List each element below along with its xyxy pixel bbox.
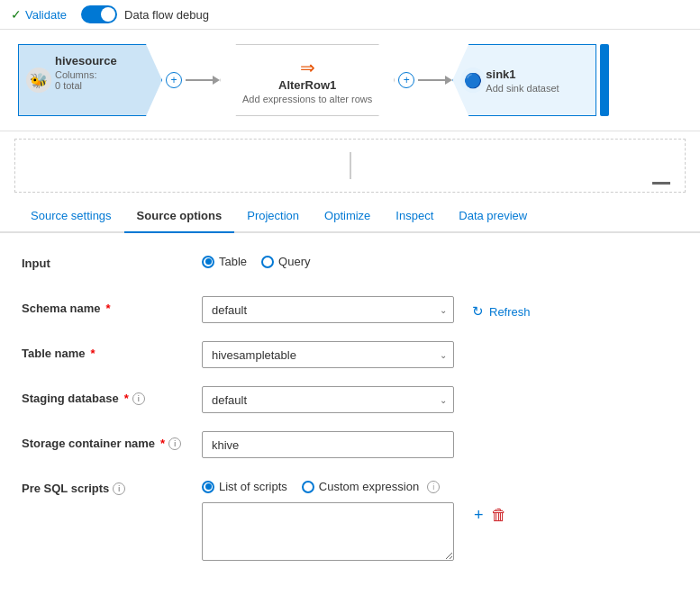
pre-sql-info-icon[interactable]: i	[113, 482, 125, 495]
scripts-textarea-wrapper	[202, 502, 454, 563]
input-radio-group: Table Query	[202, 251, 678, 268]
radio-table-circle	[202, 256, 214, 268]
radio-list-scripts-label: List of scripts	[219, 480, 287, 493]
scripts-action-buttons: + 🗑	[474, 502, 507, 525]
tab-source-options[interactable]: Source options	[124, 200, 235, 233]
schema-name-select[interactable]: default	[202, 296, 454, 323]
custom-expr-info-icon[interactable]: i	[427, 481, 440, 493]
radio-custom-expr-label: Custom expression	[319, 480, 419, 493]
table-select-wrapper: hivesampletable ⌄	[202, 341, 454, 368]
sink-node-title: sink1	[486, 68, 583, 81]
schema-select-wrapper: default ⌄	[202, 296, 454, 323]
validate-button[interactable]: ✓ Validate	[11, 7, 67, 22]
radio-query-label: Query	[278, 255, 310, 268]
plus-icon: +	[170, 74, 177, 86]
toolbar: ✓ Validate Data flow debug	[0, 0, 700, 30]
storage-required-star: *	[160, 437, 165, 450]
schema-name-label: Schema name *	[22, 296, 202, 315]
scripts-input-area: + 🗑	[202, 502, 678, 563]
table-name-select[interactable]: hivesampletable	[202, 341, 454, 368]
connector-1	[186, 76, 220, 85]
form-content: Input Table Query Schema name *	[0, 233, 700, 595]
tab-inspect[interactable]: Inspect	[383, 200, 446, 233]
flow-diagram: 🐝 hivesource Columns: 0 total + ⇒ AlterR…	[0, 30, 700, 131]
staging-select-wrapper: default ⌄	[202, 386, 454, 413]
table-name-label: Table name *	[22, 341, 202, 360]
alter-row-node[interactable]: ⇒ AlterRow1 Add expressions to alter row…	[220, 44, 395, 116]
tab-optimize[interactable]: Optimize	[312, 200, 383, 233]
storage-info-icon[interactable]: i	[168, 437, 181, 450]
staging-database-row: Staging database * i default ⌄	[22, 386, 678, 415]
add-between-alter-sink[interactable]: +	[398, 72, 414, 88]
radio-custom-expr-circle	[302, 481, 314, 493]
radio-query-circle	[261, 256, 274, 268]
staging-database-select[interactable]: default	[202, 386, 454, 413]
toggle-thumb	[101, 7, 115, 22]
storage-container-row: Storage container name * i	[22, 431, 678, 460]
add-script-button[interactable]: +	[474, 506, 484, 525]
plus-icon-2: +	[404, 74, 410, 86]
table-name-control: hivesampletable ⌄	[202, 341, 678, 368]
arrow-head-1	[213, 76, 220, 85]
source-node-subtitle: Columns:	[55, 69, 96, 80]
active-indicator	[600, 44, 609, 116]
dashed-selection-area	[14, 139, 686, 193]
sink-node[interactable]: 🔵 sink1 Add sink dataset	[452, 44, 596, 116]
input-control: Table Query	[202, 251, 678, 268]
validate-label: Validate	[25, 8, 67, 22]
radio-custom-expression[interactable]: Custom expression i	[302, 480, 440, 493]
radio-query[interactable]: Query	[261, 255, 310, 268]
staging-database-label: Staging database * i	[22, 386, 202, 405]
alter-node-subtitle: Add expressions to alter rows	[242, 94, 372, 104]
arrow-head-2	[445, 76, 452, 85]
storage-container-input[interactable]	[202, 431, 454, 458]
storage-container-label: Storage container name * i	[22, 431, 202, 450]
pre-sql-scripts-control: List of scripts Custom expression i + 🗑	[202, 476, 678, 563]
pre-sql-scripts-label: Pre SQL scripts i	[22, 476, 202, 495]
staging-database-control: default ⌄	[202, 386, 678, 413]
schema-required-star: *	[105, 302, 110, 315]
refresh-icon: ↻	[472, 303, 484, 320]
alter-node-title: AlterRow1	[278, 78, 336, 92]
refresh-button[interactable]: ↻ Refresh	[472, 300, 531, 320]
input-row: Input Table Query	[22, 251, 678, 280]
scripts-textarea[interactable]	[202, 502, 454, 561]
connector-2	[418, 76, 452, 85]
radio-list-scripts-circle	[202, 481, 214, 493]
tabs-container: Source settings Source options Projectio…	[0, 200, 700, 233]
schema-name-row: Schema name * default ⌄ ↻ Refresh	[22, 296, 678, 325]
debug-toggle[interactable]	[81, 5, 117, 23]
source-node-subtitle2: 0 total	[55, 80, 82, 91]
debug-label: Data flow debug	[124, 8, 209, 22]
arrow-line-2	[418, 79, 445, 81]
alter-icon: ⇒	[300, 57, 315, 78]
add-between-source-alter[interactable]: +	[166, 72, 182, 88]
hivesource-node[interactable]: 🐝 hivesource Columns: 0 total	[18, 44, 162, 116]
radio-table-label: Table	[219, 255, 247, 268]
arrow-line-1	[186, 79, 213, 81]
tab-data-preview[interactable]: Data preview	[446, 200, 540, 233]
input-label: Input	[22, 251, 202, 270]
debug-toggle-container: Data flow debug	[81, 5, 209, 23]
sink-node-subtitle: Add sink dataset	[486, 83, 583, 94]
pre-sql-scripts-row: Pre SQL scripts i List of scripts Custom…	[22, 476, 678, 563]
staging-info-icon[interactable]: i	[132, 392, 145, 405]
sink-icon: 🔵	[460, 68, 486, 93]
radio-list-of-scripts[interactable]: List of scripts	[202, 480, 287, 493]
schema-name-control: default ⌄ ↻ Refresh	[202, 296, 678, 323]
source-emoji: 🐝	[30, 72, 48, 89]
schema-row-inner: default ⌄ ↻ Refresh	[202, 296, 678, 323]
source-icon: 🐝	[26, 68, 51, 93]
tab-source-settings[interactable]: Source settings	[18, 200, 124, 233]
dashed-line	[350, 152, 351, 179]
source-node-title: hivesource	[55, 54, 117, 68]
refresh-label: Refresh	[489, 305, 531, 319]
flow-nodes: 🐝 hivesource Columns: 0 total + ⇒ AlterR…	[18, 44, 682, 116]
staging-required-star: *	[124, 392, 129, 405]
dash-end	[652, 182, 670, 185]
tab-projection[interactable]: Projection	[234, 200, 312, 233]
delete-script-button[interactable]: 🗑	[491, 506, 507, 525]
table-required-star: *	[91, 347, 95, 360]
table-name-row: Table name * hivesampletable ⌄	[22, 341, 678, 370]
radio-table[interactable]: Table	[202, 255, 247, 268]
